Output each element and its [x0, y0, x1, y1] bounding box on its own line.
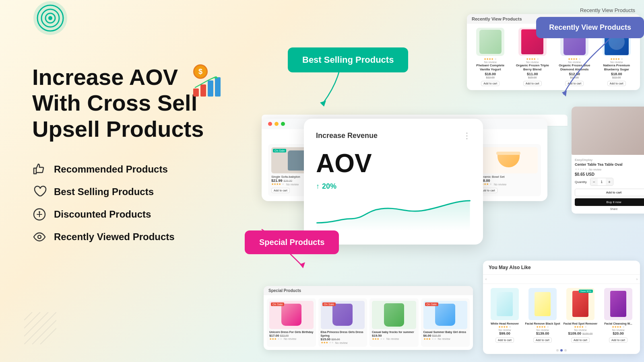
pd-add-to-cart[interactable]: Add to cart [575, 189, 644, 196]
sp-sale-badge-1: On Sale [271, 302, 284, 306]
min-dot [275, 122, 279, 126]
ym-header: You May Also Like [483, 261, 640, 275]
ym-add-cart-3[interactable]: Add to cart [571, 337, 590, 343]
feature-best-selling: Best Selling Products [32, 185, 258, 199]
rv-product-1: ★★★★★ No review Phebani Complete Vanilla… [471, 28, 510, 86]
features-list: Recommended Products Best Selling Produc… [32, 162, 258, 244]
carousel-dots [483, 347, 640, 354]
feature-recently-viewed: Recently Viewed Products [32, 230, 258, 244]
best-selling-button[interactable]: Best Selling Products [288, 47, 408, 72]
svg-point-4 [48, 16, 52, 20]
ym-prev[interactable]: ‹ [485, 277, 487, 281]
you-may-also-like-panel: You May Also Like ‹ › White Head Remover… [483, 261, 640, 354]
svg-line-13 [24, 312, 32, 320]
svg-marker-19 [320, 101, 326, 107]
svg-rect-7 [208, 80, 213, 97]
rv-add-cart-4[interactable]: Add to cart [607, 81, 626, 86]
ym-product-4: Facial Cleansing W... ★★★★★ No review $2… [601, 288, 636, 343]
product-detail-image [572, 107, 644, 155]
recently-view-label: Recently View Products [580, 7, 635, 13]
tag-icon [32, 207, 47, 222]
right-section: Recently View Products Recently View Pro… [242, 0, 644, 362]
logo [32, 0, 68, 38]
ym-add-cart-2[interactable]: Add to cart [533, 337, 552, 343]
diagonal-decoration [24, 312, 56, 346]
sp-sale-badge-4: On Sale [425, 302, 438, 306]
ym-products-row: White Head Remover ★★★★★ No review $99.0… [483, 284, 640, 347]
aov-chart [316, 199, 471, 231]
ym-add-cart-4[interactable]: Add to cart [609, 337, 627, 343]
aov-card-title: Increase Revenue [316, 132, 378, 140]
qty-value: 1 [598, 180, 606, 184]
ym-product-3: Save 30% Facial Red Spot Remover ★★★★★ N… [563, 288, 598, 343]
dot-1[interactable] [556, 349, 559, 352]
sp-product-4: On Sale Casual Summer Baby Girl dress $6… [421, 298, 470, 347]
aov-more-options[interactable]: ⋮ [463, 131, 471, 140]
special-products-button[interactable]: Special Products [245, 230, 339, 254]
rv-add-cart-1[interactable]: Add to cart [481, 81, 500, 86]
svg-point-12 [38, 235, 41, 239]
aov-revenue-card: Increase Revenue ⋮ AOV ↑ 20% [304, 119, 483, 245]
sp-product-1: On Sale Unicorn Dress For Girls Birthday… [267, 298, 316, 347]
product-card-bowl: Ceramic Bowl Set $18.00 ★★★★★No review A… [476, 144, 541, 196]
aov-metric: AOV [316, 148, 471, 178]
dot-2[interactable] [560, 349, 563, 352]
svg-line-14 [24, 312, 40, 328]
sale-badge-1: On Sale [273, 149, 286, 152]
product-detail-panel: EasyDisplay Center Table Tea Table Oval … [572, 107, 644, 214]
pd-price: $0.65 USD [575, 172, 644, 177]
main-heading: Increase AOV With Cross Sell Upsell Prod… [32, 64, 258, 142]
feature-discounted: Discounted Products [32, 207, 258, 222]
up-arrow-icon: ↑ [316, 182, 320, 191]
close-dot [268, 122, 272, 126]
feature-recommended: Recommended Products [32, 162, 258, 177]
svg-point-11 [39, 211, 40, 213]
chart-icon: $ [185, 64, 221, 97]
ym-product-1: White Head Remover ★★★★★ No review $99.0… [487, 288, 522, 343]
sp-product-2: On Sale Elsa Princess Dress Girls Dress … [318, 298, 367, 347]
sp-products-row: On Sale Unicorn Dress For Girls Birthday… [264, 295, 473, 350]
ym-next[interactable]: › [636, 277, 638, 281]
rv-add-cart-3[interactable]: Add to cart [565, 81, 584, 86]
qty-decrease[interactable]: − [590, 178, 598, 185]
quantity-stepper[interactable]: − 1 + [590, 178, 613, 186]
ym-product-2: Facial Remove Black Spot ★★★★★ No review… [525, 288, 560, 343]
ym-add-cart-1[interactable]: Add to cart [495, 337, 514, 343]
eye-icon [32, 230, 47, 244]
product-price-1: $21.99 [271, 179, 283, 183]
pd-title: Center Table Tea Table Oval [575, 162, 644, 167]
svg-rect-8 [215, 77, 221, 97]
pd-brand: EasyDisplay [575, 158, 644, 162]
pd-share[interactable]: Share [575, 208, 644, 210]
svg-rect-5 [193, 88, 199, 97]
rv-add-cart-2[interactable]: Add to cart [523, 81, 542, 86]
qty-increase[interactable]: + [606, 178, 613, 185]
sp-header: Special Products [264, 286, 473, 295]
pd-qty-row: Quantity − 1 + [575, 178, 644, 186]
aov-percent: ↑ 20% [316, 182, 471, 191]
svg-marker-20 [562, 90, 567, 97]
add-to-cart-1[interactable]: Add to cart [271, 188, 290, 193]
dot-3[interactable] [564, 349, 567, 352]
special-products-panel: Special Products On Sale Unicorn Dress F… [264, 286, 473, 350]
sp-product-3: Casual baby frocks for summer $19.50 ★★★… [369, 298, 419, 347]
ym-save-badge-3: Save 30% [579, 290, 593, 293]
pd-buy-now[interactable]: Buy it now [575, 198, 644, 206]
left-section: $ Increase AOV With Cross Sell Upsell Pr… [32, 32, 258, 252]
product-old-price-1: $29.00 [284, 179, 292, 182]
recently-view-button[interactable]: Recently View Products [536, 17, 644, 38]
max-dot [281, 122, 285, 126]
svg-line-18 [40, 328, 56, 344]
product-name-4: Ceramic Bowl Set [479, 175, 538, 179]
svg-rect-6 [200, 84, 206, 97]
svg-line-16 [24, 312, 56, 344]
heart-icon [32, 185, 47, 199]
arrow-best-selling [274, 32, 374, 113]
svg-marker-21 [300, 262, 305, 268]
sp-sale-badge-2: On Sale [322, 302, 336, 306]
thumbs-up-icon [32, 162, 47, 177]
